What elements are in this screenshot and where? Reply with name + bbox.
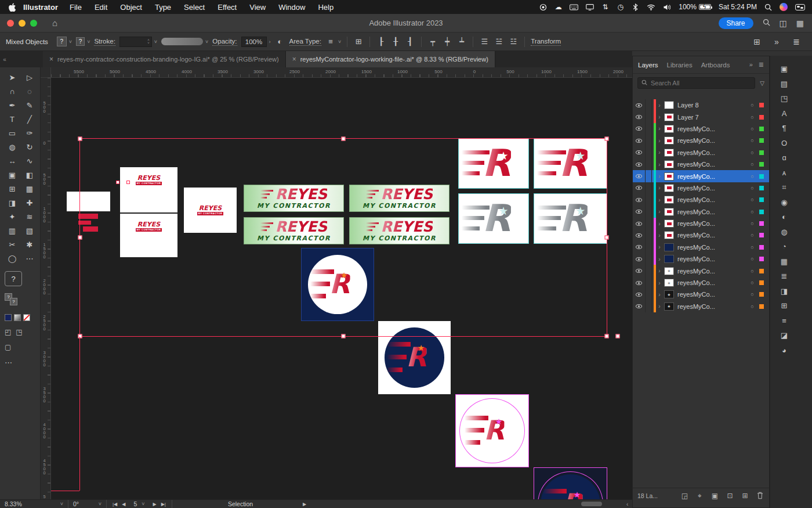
distribute-spacing-icon[interactable]: ☳ [508,37,519,46]
paragraph-dock-icon[interactable]: ¶ [778,124,790,132]
expand-chevron-icon[interactable]: › [656,280,663,286]
home-icon[interactable]: ⌂ [52,18,57,28]
menu-view[interactable]: View [249,3,266,12]
visibility-eye-icon[interactable] [633,229,646,241]
anchor-point[interactable] [116,181,119,184]
stroke-label[interactable]: Stroke: [94,38,115,46]
layer-target-icon[interactable]: ○ [748,232,757,238]
r-logo-tile[interactable]: R★ [458,193,529,244]
lock-column[interactable] [646,289,652,300]
stroke-weight-input[interactable]: ˄˅ [119,37,152,47]
close-window-button[interactable] [7,20,14,27]
volume-icon[interactable] [663,4,671,10]
layer-target-icon[interactable]: ○ [748,221,757,226]
ruler-origin-corner[interactable] [41,67,51,78]
filter-funnel-icon[interactable]: ▽ [760,80,764,87]
pen-tool[interactable]: ✒ [5,99,20,112]
layer-row[interactable]: ›reyesMyCo...○ [633,123,769,135]
libraries-dock-icon[interactable]: ▤ [778,80,790,88]
gradient-tool[interactable]: ◨ [5,196,20,210]
selection-handle[interactable] [342,137,346,141]
color-guide-dock-icon[interactable]: ◔ [778,243,790,250]
slice-tool[interactable]: ✂ [5,238,20,251]
visibility-eye-icon[interactable] [633,135,646,146]
free-transform-tool[interactable]: ▣ [5,168,20,182]
menu-app-name[interactable]: Illustrator [23,3,58,12]
lock-column[interactable] [646,229,652,241]
panel-menu-icon[interactable]: ≣ [791,37,802,46]
distribute-vertical-icon[interactable]: ☱ [494,37,504,46]
stroke-weight-caret-icon[interactable]: ˅ [154,39,157,45]
lock-column[interactable] [646,135,652,146]
visibility-eye-icon[interactable] [633,265,646,276]
selection-handle[interactable] [78,334,82,338]
navigator-dock-icon[interactable]: ◕ [778,347,790,354]
character-dock-icon[interactable]: A [778,110,790,117]
logo-fragments[interactable] [78,214,99,232]
line-segment-tool[interactable]: ╱ [22,113,37,126]
pathfinder-dock-icon[interactable]: ≡ [778,317,790,325]
hand-tool[interactable]: ✱ [22,238,37,251]
layer-target-icon[interactable]: ○ [748,102,757,108]
rotate-tool[interactable]: ↻ [22,140,37,154]
visibility-eye-icon[interactable] [633,289,646,300]
zoom-level-select[interactable]: 8.33% ˅ [0,500,68,508]
expand-chevron-icon[interactable]: › [656,256,663,262]
fill-stroke-indicator[interactable]: ? ? [5,293,22,307]
banner-logo[interactable]: REYESMY CONTRACTOR [244,185,344,212]
missing-tool-proxy[interactable]: ? [5,271,22,286]
display-icon[interactable] [586,4,594,10]
business-card[interactable]: REYESMY CONTRACTOR [120,167,177,212]
visibility-eye-icon[interactable] [633,123,646,135]
keyboard-icon[interactable] [570,4,578,10]
document-tab-1[interactable]: ×reyes-my-contractor-construction-brandi… [43,51,286,67]
visibility-eye-icon[interactable] [633,194,646,206]
layer-target-icon[interactable]: ○ [748,185,757,191]
new-sublayer-icon[interactable]: ⊡ [726,492,734,500]
direct-selection-tool[interactable]: ▷ [22,71,37,84]
layer-row[interactable]: ›reyesMyCo...○ [633,147,769,158]
cloud-icon[interactable]: ☁ [554,3,562,11]
layer-target-icon[interactable]: ○ [748,280,757,286]
layer-row[interactable]: ›Layer 7○ [633,111,769,123]
lock-column[interactable] [646,277,652,289]
business-card[interactable]: REYESMY CONTRACTOR [184,188,237,233]
blend-tool[interactable]: ✦ [5,210,20,224]
grid-options-icon[interactable]: ⊞ [353,37,364,46]
brush-definition-preview[interactable] [161,38,203,45]
minimize-window-button[interactable] [19,20,26,27]
selection-handle[interactable] [605,334,609,338]
visibility-eye-icon[interactable] [633,206,646,218]
layer-row[interactable]: ›reyesMyCo...○ [633,170,769,182]
lock-column[interactable] [646,242,652,253]
eyedropper-tool[interactable]: ✚ [22,196,37,210]
layer-target-icon[interactable]: ○ [748,244,757,250]
symbol-sprayer-tool[interactable]: ≋ [22,210,37,224]
spotlight-icon[interactable] [764,3,772,11]
graphic-styles-dock-icon[interactable]: ◐ [778,213,790,221]
wifi-icon[interactable] [647,4,655,10]
panel-tab-artboards[interactable]: Artboards [701,62,730,69]
close-tab-icon[interactable]: × [292,55,296,63]
r-logo-tile[interactable]: R★ [534,138,607,189]
document-tab-2[interactable]: ×reyesMyContractor-logo-working-file-.ai… [286,51,495,67]
layer-row[interactable]: ›reyesMyCo...○ [633,158,769,170]
fill-caret-icon[interactable]: ˅ [69,39,72,45]
expand-panels-icon[interactable]: » [749,61,753,69]
expand-chevron-icon[interactable]: › [656,197,663,203]
layer-row[interactable]: ›reyesMyCo...○ [633,182,769,194]
align-center-icon[interactable]: ╂ [390,37,401,46]
paragraph-styles-dock-icon[interactable]: ᴀ [778,169,790,176]
banner-logo[interactable]: REYESMY CONTRACTOR [244,217,344,244]
layer-target-icon[interactable]: ○ [748,291,757,297]
previous-artboard-button[interactable]: ◀ [122,502,125,507]
zoom-window-button[interactable] [30,20,37,27]
layer-row[interactable]: ›reyesMyCo...○ [633,229,769,241]
lock-column[interactable] [646,206,652,218]
close-tab-icon[interactable]: × [49,55,53,63]
layer-target-icon[interactable]: ○ [748,304,757,309]
transform-label[interactable]: Transform [531,38,561,46]
type-tool[interactable]: T [5,113,20,126]
layer-target-icon[interactable]: ○ [748,256,757,262]
toolbar-more-icon[interactable]: ⋯ [5,358,12,367]
